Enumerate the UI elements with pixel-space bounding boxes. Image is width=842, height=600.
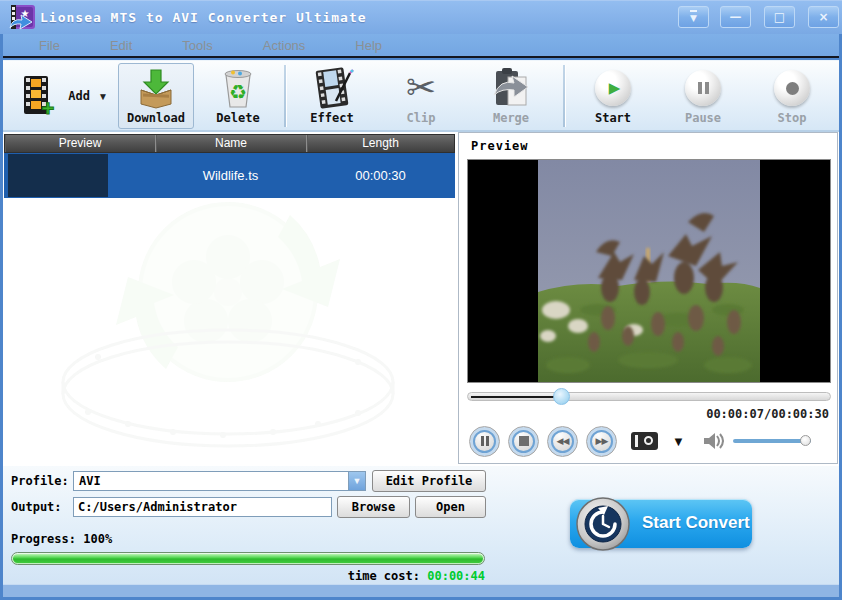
menu-bar: File Edit Tools Actions Help <box>3 34 839 58</box>
file-list-header: Preview Name Length <box>4 134 455 153</box>
menu-edit[interactable]: Edit <box>96 36 146 55</box>
profile-value: AVI <box>79 474 101 488</box>
delete-label: Delete <box>216 111 259 125</box>
volume-slider[interactable] <box>733 439 811 443</box>
svg-text:+: + <box>42 96 55 118</box>
add-button[interactable]: + Add ▼ <box>9 63 115 129</box>
clip-label: Clip <box>407 111 436 125</box>
start-convert-button[interactable]: Start Convert <box>570 499 752 548</box>
effect-label: Effect <box>310 111 353 125</box>
download-label: Download <box>127 111 185 125</box>
add-caret-icon: ▼ <box>98 91 108 102</box>
bottom-strip <box>3 584 839 597</box>
title-bar: ★ Lionsea MTS to AVI Converter Ultimate … <box>0 0 842 34</box>
preview-panel: Preview <box>458 132 838 464</box>
snapshot-menu-caret[interactable]: ▼ <box>672 434 685 449</box>
app-window: ★ Lionsea MTS to AVI Converter Ultimate … <box>0 0 842 600</box>
file-list: Preview Name Length Wildlife.ts 00:00:30 <box>3 132 456 466</box>
profile-combobox[interactable]: AVI ▼ <box>73 471 366 491</box>
profile-label: Profile: <box>11 474 69 488</box>
add-label: Add <box>68 89 90 103</box>
delete-button[interactable]: ♻ Delete <box>200 63 276 129</box>
download-button[interactable]: Download <box>118 63 194 129</box>
stop-label: Stop <box>778 111 807 125</box>
effect-button[interactable]: Effect <box>295 63 369 129</box>
player-forward-button[interactable]: ▶▶ <box>586 426 617 457</box>
menu-help[interactable]: Help <box>341 36 396 55</box>
toolbar: + Add ▼ Download ♻ <box>3 60 839 132</box>
convert-clock-icon <box>574 495 632 553</box>
start-label: Start <box>595 111 631 125</box>
seek-thumb[interactable] <box>553 388 570 405</box>
file-length: 00:00:30 <box>306 168 455 183</box>
download-icon <box>135 65 177 111</box>
toolbar-separator-2 <box>563 65 565 127</box>
browse-button[interactable]: Browse <box>337 496 410 518</box>
volume-speaker-icon[interactable] <box>703 432 725 450</box>
start-convert-label: Start Convert <box>642 513 750 533</box>
snapshot-camera-button[interactable] <box>631 432 658 450</box>
delete-icon: ♻ <box>218 65 258 111</box>
file-name: Wildlife.ts <box>155 168 306 183</box>
player-pause-button[interactable] <box>469 426 500 457</box>
minimize-icon: — <box>730 10 742 24</box>
rollup-button[interactable]: ▼ <box>678 6 709 28</box>
window-title: Lionsea MTS to AVI Converter Ultimate <box>40 10 367 25</box>
preview-title: Preview <box>471 139 529 153</box>
minimize-button[interactable]: — <box>720 6 751 28</box>
progress-label: Progress: 100% <box>11 532 112 546</box>
open-button[interactable]: Open <box>415 496 486 518</box>
close-button[interactable]: × <box>808 6 839 28</box>
merge-label: Merge <box>493 111 529 125</box>
player-stop-icon <box>519 436 529 446</box>
pause-button[interactable]: Pause <box>668 63 738 129</box>
column-name[interactable]: Name <box>156 135 307 152</box>
pause-label: Pause <box>685 111 721 125</box>
video-frame-birds <box>538 160 760 382</box>
edit-profile-button[interactable]: Edit Profile <box>372 470 486 492</box>
fast-forward-icon: ▶▶ <box>596 436 608 446</box>
output-path-field[interactable] <box>73 497 332 517</box>
toolbar-separator <box>284 65 286 127</box>
content-area: Preview Name Length Wildlife.ts 00:00:30… <box>3 132 839 466</box>
column-preview[interactable]: Preview <box>5 135 156 152</box>
svg-text:♻: ♻ <box>229 81 247 103</box>
file-row-wildlife[interactable]: Wildlife.ts 00:00:30 <box>4 153 455 198</box>
menu-actions[interactable]: Actions <box>249 36 320 55</box>
video-display <box>467 159 831 383</box>
playback-time: 00:00:07/00:00:30 <box>706 407 829 421</box>
close-icon: × <box>818 10 828 24</box>
progress-bar-fill <box>13 554 483 563</box>
effect-icon <box>310 65 354 111</box>
merge-button[interactable]: Merge <box>473 63 549 129</box>
stop-button[interactable]: Stop <box>757 63 827 129</box>
player-rewind-button[interactable]: ◀◀ <box>547 426 578 457</box>
player-controls: ◀◀ ▶▶ ▼ <box>469 423 831 459</box>
time-cost-label: time cost: <box>348 569 420 583</box>
film-reel-watermark <box>28 197 428 457</box>
menu-tools[interactable]: Tools <box>168 36 226 55</box>
file-thumbnail <box>8 154 108 197</box>
clip-scissors-icon: ✂ <box>406 65 436 111</box>
seek-bar[interactable] <box>467 392 831 401</box>
start-button[interactable]: ▶ Start <box>578 63 648 129</box>
seek-progress <box>471 396 559 398</box>
volume-thumb[interactable] <box>800 435 811 446</box>
output-label: Output: <box>11 500 62 514</box>
maximize-button[interactable]: □ <box>764 6 795 28</box>
rollup-icon: ▼ <box>690 10 697 24</box>
time-cost-value: 00:00:44 <box>427 569 485 583</box>
player-stop-button[interactable] <box>508 426 539 457</box>
maximize-icon: □ <box>774 10 785 24</box>
clip-button[interactable]: ✂ Clip <box>384 63 458 129</box>
combo-caret-icon[interactable]: ▼ <box>348 472 365 490</box>
pause-icon <box>685 70 721 106</box>
column-length[interactable]: Length <box>307 135 454 152</box>
app-icon: ★ <box>8 4 36 32</box>
player-pause-icon <box>480 432 490 450</box>
stop-icon <box>774 70 810 106</box>
progress-bar <box>11 552 485 565</box>
merge-icon <box>490 65 532 111</box>
start-play-icon: ▶ <box>595 70 631 106</box>
menu-file[interactable]: File <box>25 36 74 55</box>
